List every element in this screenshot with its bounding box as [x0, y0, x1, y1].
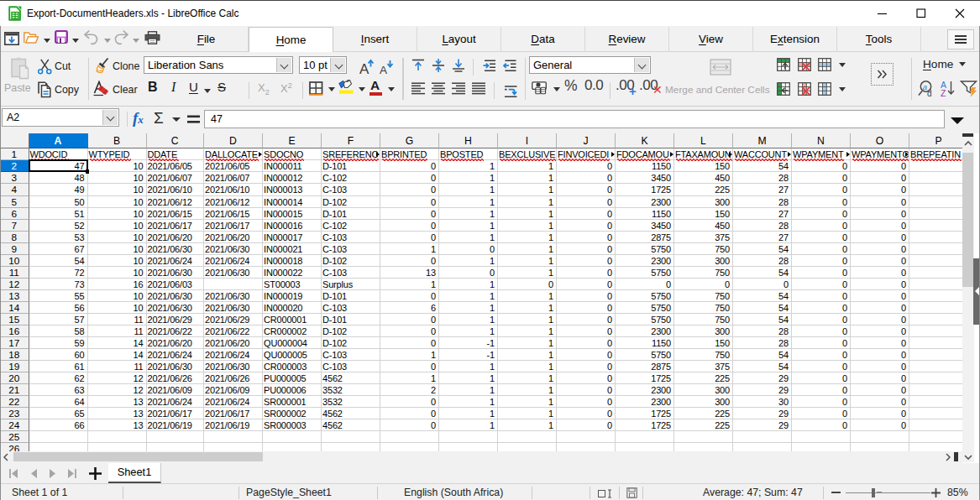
- svg-text:d: d: [927, 89, 932, 98]
- svg-text:A: A: [380, 64, 387, 76]
- svg-text:Z: Z: [941, 88, 946, 98]
